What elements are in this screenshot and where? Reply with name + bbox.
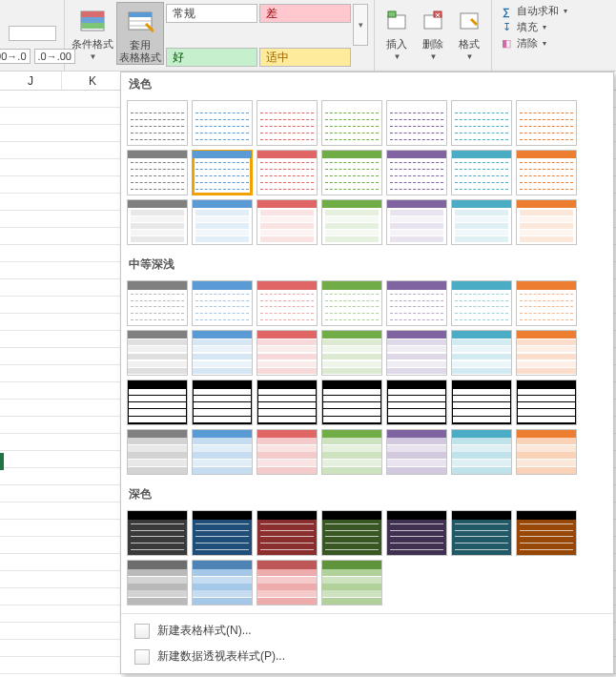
- styles-more-button[interactable]: ▾: [353, 4, 368, 46]
- new-table-style-icon: [134, 624, 150, 639]
- style-neutral[interactable]: 适中: [259, 48, 351, 67]
- gallery-footer: 新建表格样式(N)... 新建数据透视表样式(P)...: [121, 613, 613, 673]
- table-style-swatch[interactable]: [451, 100, 512, 146]
- conditional-format-button[interactable]: 条件格式 ▼: [69, 2, 116, 61]
- svg-rect-2: [81, 17, 104, 23]
- table-style-swatch[interactable]: [451, 510, 512, 556]
- conditional-format-label: 条件格式: [72, 38, 113, 51]
- table-style-swatch[interactable]: [257, 429, 318, 475]
- format-as-table-label: 套用 表格格式: [119, 39, 161, 64]
- table-style-swatch[interactable]: [192, 199, 253, 245]
- table-style-swatch[interactable]: [451, 150, 512, 195]
- autosum-button[interactable]: ∑自动求和▾: [500, 4, 567, 18]
- table-style-swatch[interactable]: [127, 199, 188, 245]
- table-style-swatch[interactable]: [192, 429, 253, 475]
- fill-button[interactable]: ↧填充▾: [500, 20, 567, 34]
- col-header-j[interactable]: J: [0, 72, 62, 90]
- eraser-icon: ◧: [500, 37, 513, 51]
- table-style-swatch[interactable]: [127, 330, 188, 376]
- table-style-swatch[interactable]: [321, 330, 382, 376]
- table-style-swatch[interactable]: [127, 100, 188, 146]
- table-style-swatch[interactable]: [192, 150, 253, 195]
- table-style-swatch[interactable]: [386, 199, 447, 245]
- table-style-swatch[interactable]: [386, 429, 447, 475]
- active-cell-indicator: [0, 453, 4, 470]
- clear-button[interactable]: ◧清除▾: [500, 36, 567, 51]
- table-style-swatch[interactable]: [386, 280, 447, 326]
- format-button[interactable]: 格式▼: [451, 2, 487, 61]
- number-group: .00→.0 .0→.00: [0, 0, 65, 71]
- table-style-swatch[interactable]: [257, 330, 318, 376]
- table-style-swatch[interactable]: [192, 330, 253, 376]
- table-style-swatch[interactable]: [321, 199, 382, 245]
- table-style-swatch[interactable]: [127, 560, 188, 605]
- new-pivot-style-icon: [134, 649, 150, 665]
- table-style-swatch[interactable]: [321, 560, 382, 605]
- table-style-swatch[interactable]: [192, 510, 253, 556]
- table-style-swatch[interactable]: [516, 330, 577, 376]
- table-style-swatch[interactable]: [257, 380, 318, 425]
- table-style-swatch[interactable]: [257, 199, 318, 245]
- format-as-table-button[interactable]: 套用 表格格式: [116, 2, 164, 65]
- svg-rect-9: [388, 11, 396, 17]
- table-style-swatch[interactable]: [386, 150, 447, 195]
- table-style-swatch[interactable]: [192, 280, 253, 326]
- table-style-swatch[interactable]: [386, 510, 447, 556]
- table-style-swatch[interactable]: [321, 429, 382, 475]
- delete-button[interactable]: 删除▼: [415, 2, 451, 61]
- table-style-swatch[interactable]: [451, 199, 512, 245]
- table-style-swatch[interactable]: [127, 280, 188, 326]
- style-normal[interactable]: 常规: [166, 4, 257, 23]
- table-format-icon: [125, 7, 155, 37]
- chevron-down-icon: ▼: [90, 52, 97, 61]
- table-style-swatch[interactable]: [386, 100, 447, 146]
- style-good[interactable]: 好: [166, 48, 257, 67]
- style-bad[interactable]: 差: [259, 4, 351, 23]
- increase-decimal-button[interactable]: .00→.0: [0, 49, 31, 64]
- table-style-swatch[interactable]: [451, 330, 512, 376]
- svg-rect-5: [129, 12, 152, 17]
- styles-group: 条件格式 ▼ 套用 表格格式 常规 差 ▾ 好 适中: [65, 0, 374, 71]
- svg-rect-1: [81, 11, 104, 17]
- cells-group: 插入▼ 删除▼ 格式▼: [374, 0, 492, 71]
- table-style-swatch[interactable]: [257, 560, 318, 605]
- conditional-format-icon: [77, 6, 108, 36]
- table-style-swatch[interactable]: [127, 429, 188, 475]
- table-style-swatch[interactable]: [192, 380, 253, 425]
- table-style-swatch[interactable]: [516, 429, 577, 475]
- table-style-swatch[interactable]: [451, 380, 512, 425]
- table-style-swatch[interactable]: [257, 100, 318, 146]
- table-style-swatch[interactable]: [127, 510, 188, 556]
- table-style-swatch[interactable]: [321, 510, 382, 556]
- table-style-swatch[interactable]: [386, 380, 447, 425]
- table-style-swatch[interactable]: [516, 150, 577, 195]
- table-style-swatch[interactable]: [451, 429, 512, 475]
- insert-button[interactable]: 插入▼: [379, 2, 415, 61]
- col-header-k[interactable]: K: [62, 72, 124, 90]
- table-style-swatch[interactable]: [516, 510, 577, 556]
- table-style-swatch[interactable]: [127, 150, 188, 195]
- table-style-swatch[interactable]: [257, 150, 318, 195]
- table-style-swatch[interactable]: [192, 560, 253, 605]
- gallery-section-dark: 深色: [121, 482, 613, 506]
- table-style-swatch[interactable]: [257, 510, 318, 556]
- table-style-swatch[interactable]: [321, 280, 382, 326]
- table-style-swatch[interactable]: [127, 380, 188, 425]
- table-style-swatch[interactable]: [516, 280, 577, 326]
- cell-styles-preview: 常规 差 ▾ 好 适中: [164, 2, 370, 69]
- table-style-swatch[interactable]: [516, 199, 577, 245]
- table-style-swatch[interactable]: [516, 100, 577, 146]
- gallery-section-light: 浅色: [121, 72, 613, 96]
- new-table-style-button[interactable]: 新建表格样式(N)...: [121, 618, 613, 644]
- table-style-swatch[interactable]: [516, 380, 577, 425]
- new-pivot-style-button[interactable]: 新建数据透视表样式(P)...: [121, 644, 613, 669]
- table-style-swatch[interactable]: [321, 100, 382, 146]
- table-style-swatch[interactable]: [321, 380, 382, 425]
- table-style-swatch[interactable]: [451, 280, 512, 326]
- table-style-swatch[interactable]: [386, 330, 447, 376]
- gallery-section-medium: 中等深浅: [121, 253, 613, 277]
- table-style-swatch[interactable]: [321, 150, 382, 195]
- table-style-swatch[interactable]: [257, 280, 318, 326]
- table-style-swatch[interactable]: [192, 100, 253, 146]
- sigma-icon: ∑: [500, 5, 513, 18]
